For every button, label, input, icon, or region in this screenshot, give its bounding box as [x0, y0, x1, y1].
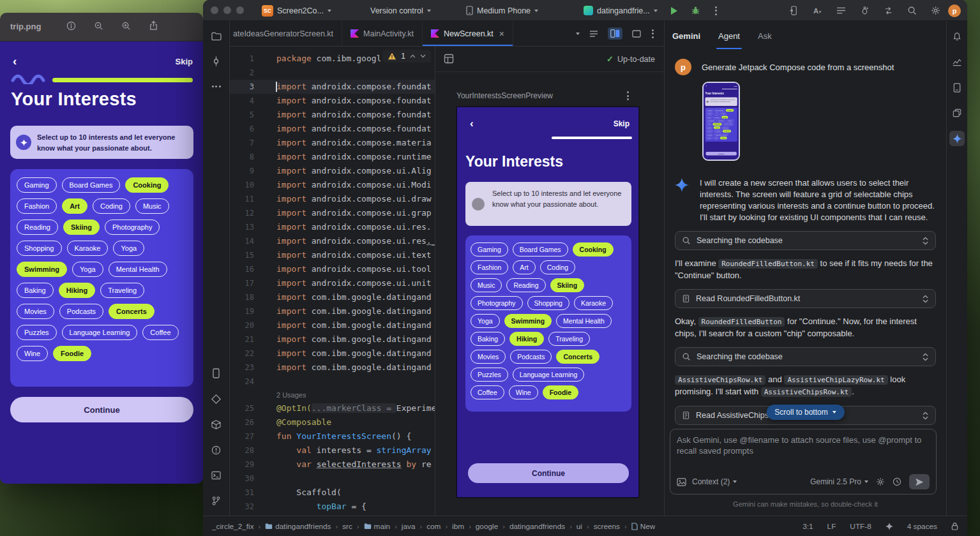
run-button[interactable]: [671, 0, 677, 21]
compose-preview-phone[interactable]: ‹ Skip Your Interests Select up to 10 in…: [704, 83, 739, 158]
breadcrumb-item[interactable]: google: [476, 522, 498, 531]
interest-chip[interactable]: Concerts: [556, 350, 599, 364]
user-avatar[interactable]: p: [948, 4, 961, 17]
interest-chip[interactable]: Baking: [17, 283, 54, 298]
code-line[interactable]: 15import androidx.compose.ui.text: [230, 248, 435, 262]
interest-chip[interactable]: Skiing: [550, 278, 585, 292]
run-configuration[interactable]: datingandfrie...: [584, 0, 658, 21]
interest-chip[interactable]: Mental Health: [109, 262, 167, 277]
attach-image-icon[interactable]: [677, 478, 686, 486]
interest-chip[interactable]: Board Games: [513, 242, 568, 257]
interest-chip[interactable]: Traveling: [548, 332, 590, 346]
window-controls[interactable]: [211, 6, 244, 14]
interest-chip[interactable]: Yoga: [72, 262, 103, 277]
interest-chip[interactable]: Hiking: [59, 283, 96, 298]
code-line[interactable]: 18import com.ibm.google.datingand: [230, 290, 435, 304]
interest-chip[interactable]: Traveling: [100, 283, 144, 298]
interest-chip[interactable]: Puzzles: [17, 325, 57, 340]
gemini-chat[interactable]: p Generate Jetpack Compose code from a s…: [665, 50, 946, 429]
interest-chip[interactable]: Swimming: [17, 262, 67, 277]
interest-chip[interactable]: Music: [135, 198, 169, 214]
caret-position[interactable]: 3:1: [803, 522, 813, 531]
breadcrumb-item[interactable]: ibm: [452, 522, 464, 531]
model-selector[interactable]: Gemini 2.5 Pro: [810, 477, 868, 486]
code-line[interactable]: 21import com.ibm.google.datingand: [230, 332, 435, 346]
trip-image-window[interactable]: trip.png ‹ Skip Your Interests Select up…: [0, 13, 203, 484]
interest-chip[interactable]: Coding: [540, 260, 575, 274]
interest-chip[interactable]: Podcasts: [59, 304, 103, 319]
zoom-in-icon[interactable]: [121, 21, 131, 31]
todo-list-icon[interactable]: [836, 6, 846, 15]
context-selector[interactable]: Context (2): [692, 477, 737, 486]
usages-inlay-hint[interactable]: 2 Usages: [230, 389, 435, 401]
app-insights-icon[interactable]: [209, 391, 224, 406]
gemini-input[interactable]: [677, 435, 930, 472]
interest-chip[interactable]: Coffee: [471, 385, 504, 399]
skip-button[interactable]: Skip: [614, 119, 629, 128]
scroll-to-bottom-button[interactable]: Scroll to bottom: [766, 405, 844, 420]
editor-tab-active[interactable]: NewScreen.kt×: [423, 21, 513, 46]
tool-call-read-file[interactable]: Read RoundedFilledButton.kt: [675, 289, 936, 308]
code-line[interactable]: 27fun YourInterestsScreen() {: [230, 429, 435, 443]
debug-button[interactable]: [691, 0, 700, 21]
code-line[interactable]: 17import androidx.compose.ui.unit: [230, 276, 435, 290]
code-line[interactable]: 23import com.ibm.google.datingand: [230, 361, 435, 375]
code-line[interactable]: 8import androidx.compose.runtime: [230, 150, 435, 164]
breadcrumb-item[interactable]: screens: [594, 522, 620, 531]
gemini-settings-icon[interactable]: [876, 477, 885, 486]
editor-tab[interactable]: MainActivity.kt: [342, 21, 423, 46]
interest-chip[interactable]: Yoga: [471, 314, 500, 328]
interest-chip[interactable]: Photography: [471, 296, 523, 310]
interest-chip[interactable]: Foodie: [543, 385, 578, 399]
code-editor[interactable]: 1package com.ibm.googl23import androidx.…: [230, 47, 435, 516]
interest-chip[interactable]: Hiking: [509, 332, 544, 346]
interest-chip[interactable]: Mental Health: [556, 314, 612, 328]
interest-chip[interactable]: Baking: [471, 332, 505, 346]
project-tool-icon[interactable]: [209, 29, 224, 44]
code-line[interactable]: 32 topBar = {: [230, 500, 435, 514]
interest-chip[interactable]: Shopping: [17, 241, 62, 256]
preview-options-icon[interactable]: [626, 90, 630, 101]
gemini-input-box[interactable]: Context (2) Gemini 2.5 Pro: [670, 429, 937, 495]
maximize-window-icon[interactable]: [236, 6, 244, 14]
code-line[interactable]: 30: [230, 472, 435, 486]
interest-chip[interactable]: Art: [513, 260, 535, 274]
interest-chip[interactable]: Wine: [509, 385, 538, 399]
settings-gear-icon[interactable]: [931, 6, 940, 15]
version-control-tool-icon[interactable]: [209, 493, 224, 509]
code-line[interactable]: 9import androidx.compose.ui.Alig: [230, 164, 435, 178]
breadcrumb-item[interactable]: datingandfriends: [265, 522, 331, 531]
code-line[interactable]: 16import androidx.compose.ui.tool: [230, 262, 435, 276]
code-line[interactable]: 14import androidx.compose.ui.res._: [230, 234, 435, 248]
code-line[interactable]: 19import com.ibm.google.datingand: [230, 304, 435, 318]
interest-chip[interactable]: Karaoke: [574, 296, 613, 310]
expand-collapse-icon[interactable]: [922, 237, 929, 245]
close-window-icon[interactable]: [211, 6, 218, 14]
code-line[interactable]: 26@Composable: [230, 415, 435, 429]
layers-icon[interactable]: [949, 105, 965, 121]
code-line[interactable]: 6import androidx.compose.foundat: [230, 122, 435, 136]
expand-collapse-icon[interactable]: [922, 353, 929, 361]
breadcrumb-item[interactable]: datingandfriends: [509, 522, 565, 531]
interest-chip[interactable]: Foodie: [53, 346, 91, 361]
lock-icon[interactable]: [951, 522, 958, 530]
tab-agent[interactable]: Agent: [718, 31, 740, 41]
interest-chip[interactable]: Cooking: [573, 242, 614, 257]
send-button[interactable]: [909, 474, 930, 489]
code-line[interactable]: 20import com.ibm.google.datingand: [230, 318, 435, 332]
design-view-icon[interactable]: [632, 30, 641, 38]
interest-chip[interactable]: Art: [62, 198, 87, 214]
expand-collapse-icon[interactable]: [922, 412, 929, 420]
interest-chip[interactable]: Fashion: [471, 260, 508, 274]
interest-chip[interactable]: Movies: [471, 350, 506, 364]
interest-chip[interactable]: Wine: [17, 346, 48, 361]
attached-screenshot-thumbnail[interactable]: ‹ Skip Your Interests Select up to 10 in…: [702, 82, 740, 161]
ai-actions-icon[interactable]: A: [813, 6, 822, 15]
editor-more-options-icon[interactable]: [651, 28, 655, 40]
code-line[interactable]: 11import androidx.compose.ui.draw: [230, 192, 435, 206]
run-more-options[interactable]: [714, 0, 718, 21]
code-line[interactable]: 25@OptIn(...markerClass = Experiment: [230, 401, 435, 415]
sync-branches-icon[interactable]: [884, 6, 893, 15]
build-analyze-icon[interactable]: [860, 6, 870, 15]
more-tool-windows-icon[interactable]: [209, 78, 224, 94]
